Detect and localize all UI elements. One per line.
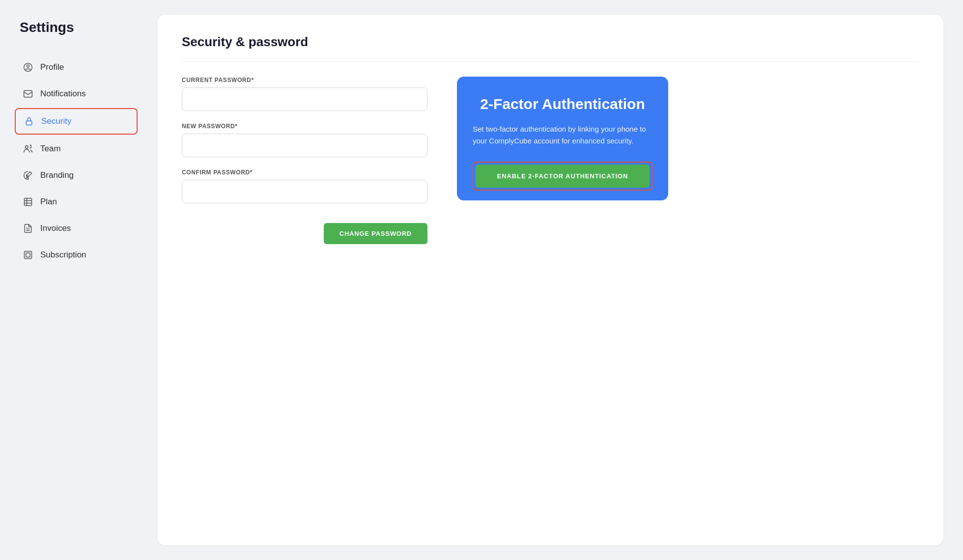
- sidebar-item-label-profile: Profile: [40, 62, 64, 72]
- sidebar-title: Settings: [15, 20, 138, 35]
- sidebar-nav: Profile Notifications Security: [15, 55, 138, 267]
- current-password-group: CURRENT PASSWORD*: [182, 77, 427, 111]
- sidebar-item-invoices[interactable]: Invoices: [15, 216, 138, 241]
- lock-icon: [24, 116, 34, 127]
- confirm-password-group: CONFIRM PASSWORD*: [182, 169, 427, 203]
- sidebar-item-team[interactable]: Team: [15, 137, 138, 161]
- sidebar-item-subscription[interactable]: Subscription: [15, 243, 138, 267]
- sidebar-item-security[interactable]: Security: [15, 108, 138, 135]
- twofa-card: 2-Factor Authentication Set two-factor a…: [457, 77, 668, 200]
- sidebar-item-label-branding: Branding: [40, 170, 74, 180]
- sidebar-item-notifications[interactable]: Notifications: [15, 82, 138, 106]
- users-icon: [23, 143, 33, 154]
- page-title: Security & password: [182, 34, 919, 62]
- square-icon: [23, 250, 33, 260]
- svg-rect-2: [24, 90, 32, 97]
- sidebar-item-profile[interactable]: Profile: [15, 55, 138, 80]
- main-content: Security & password CURRENT PASSWORD* NE…: [138, 0, 963, 560]
- sidebar-item-label-invoices: Invoices: [40, 224, 71, 233]
- new-password-group: NEW PASSWORD*: [182, 123, 427, 157]
- paint-brush-icon: [23, 170, 33, 181]
- enable-2fa-button[interactable]: ENABLE 2-FACTOR AUTHENTICATION: [476, 165, 650, 188]
- sidebar-item-plan[interactable]: Plan: [15, 190, 138, 214]
- svg-rect-13: [26, 253, 30, 257]
- new-password-label: NEW PASSWORD*: [182, 123, 427, 130]
- sidebar-item-branding[interactable]: Branding: [15, 163, 138, 188]
- new-password-input[interactable]: [182, 134, 427, 157]
- content-card: Security & password CURRENT PASSWORD* NE…: [157, 15, 943, 545]
- current-password-input[interactable]: [182, 87, 427, 111]
- table-icon: [23, 196, 33, 207]
- twofa-description: Set two-factor authentication by linking…: [473, 123, 652, 147]
- svg-rect-12: [25, 252, 32, 259]
- file-icon: [23, 223, 33, 234]
- sidebar-item-label-team: Team: [40, 144, 61, 154]
- content-body: CURRENT PASSWORD* NEW PASSWORD* CONFIRM …: [182, 77, 919, 244]
- password-form: CURRENT PASSWORD* NEW PASSWORD* CONFIRM …: [182, 77, 427, 244]
- confirm-password-label: CONFIRM PASSWORD*: [182, 169, 427, 176]
- svg-rect-5: [25, 198, 32, 206]
- change-password-button[interactable]: CHANGE PASSWORD: [324, 223, 427, 244]
- sidebar-item-label-plan: Plan: [40, 197, 57, 207]
- svg-point-1: [27, 65, 29, 67]
- sidebar-item-label-subscription: Subscription: [40, 250, 86, 260]
- twofa-title: 2-Factor Authentication: [480, 94, 645, 113]
- svg-rect-3: [26, 121, 32, 125]
- twofa-button-wrapper: ENABLE 2-FACTOR AUTHENTICATION: [473, 162, 652, 191]
- sidebar-item-label-security: Security: [41, 116, 71, 126]
- confirm-password-input[interactable]: [182, 180, 427, 203]
- svg-point-4: [26, 146, 28, 149]
- sidebar: Settings Profile Notifications: [0, 0, 138, 560]
- current-password-label: CURRENT PASSWORD*: [182, 77, 427, 84]
- user-circle-icon: [23, 62, 33, 73]
- envelope-icon: [23, 88, 33, 99]
- sidebar-item-label-notifications: Notifications: [40, 89, 86, 99]
